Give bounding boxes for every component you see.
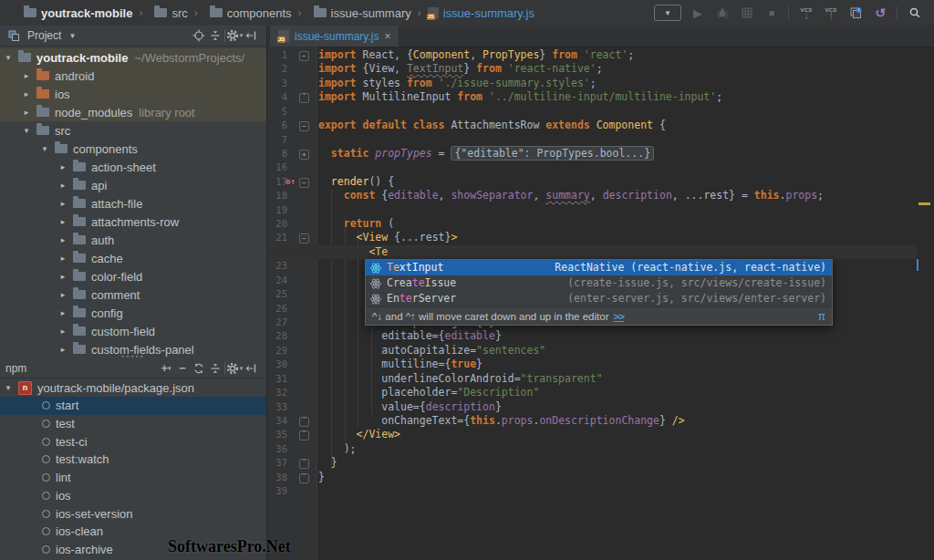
chevron-right-icon[interactable]: ▸ bbox=[58, 199, 67, 208]
stop-button[interactable]: ■ bbox=[763, 3, 780, 23]
line-number[interactable]: 19 bbox=[267, 203, 287, 217]
fold-marker-open-icon[interactable]: − bbox=[299, 178, 309, 188]
chevron-down-icon[interactable]: ▾ bbox=[40, 144, 49, 153]
line-number[interactable]: 1 bbox=[267, 48, 287, 62]
project-tree-item-attachments-row[interactable]: ▸attachments-row bbox=[0, 213, 266, 231]
breadcrumb-item[interactable]: components bbox=[204, 6, 292, 20]
npm-script-lint[interactable]: lint bbox=[0, 469, 266, 487]
completion-hint-link[interactable]: >> bbox=[613, 311, 623, 322]
project-tree-item-comment[interactable]: ▸comment bbox=[0, 285, 266, 304]
code-line-38[interactable]: } bbox=[318, 471, 325, 484]
code-line-29[interactable]: autoCapitalize="sentences" bbox=[318, 344, 545, 358]
project-tree-item-src[interactable]: ▾src bbox=[0, 121, 266, 140]
project-tree-item-action-sheet[interactable]: ▸action-sheet bbox=[0, 158, 266, 176]
line-number[interactable]: 32 bbox=[267, 386, 287, 399]
chevron-right-icon[interactable]: ▸ bbox=[58, 290, 67, 299]
npm-hide-button[interactable] bbox=[243, 360, 259, 377]
line-number[interactable]: 26 bbox=[267, 302, 287, 316]
npm-script-test:watch[interactable]: test:watch bbox=[0, 451, 266, 469]
chevron-right-icon[interactable]: ▸ bbox=[22, 108, 31, 117]
line-number[interactable]: 39 bbox=[267, 484, 287, 498]
npm-settings-button[interactable]: ▾ bbox=[226, 360, 243, 377]
chevron-right-icon[interactable]: ▸ bbox=[58, 272, 67, 281]
fold-marker-open-icon[interactable]: − bbox=[299, 233, 309, 244]
fold-marker-end-icon[interactable]: ˆ bbox=[299, 430, 309, 441]
chevron-down-icon[interactable]: ▾ bbox=[4, 383, 13, 392]
project-tree-item-custom-field[interactable]: ▸custom-field bbox=[0, 322, 266, 340]
line-number[interactable]: 36 bbox=[267, 442, 287, 456]
line-number[interactable]: 23 bbox=[267, 259, 287, 273]
fold-marker-closed-icon[interactable]: + bbox=[299, 150, 309, 160]
line-number[interactable]: 5 bbox=[267, 105, 287, 119]
chevron-right-icon[interactable]: ▸ bbox=[22, 89, 31, 99]
chevron-right-icon[interactable]: ▸ bbox=[58, 345, 67, 354]
line-number[interactable]: 2 bbox=[267, 62, 287, 76]
npm-script-test-ci[interactable]: test-ci bbox=[0, 432, 266, 451]
code-line-8[interactable]: static propTypes = {"editable": PropType… bbox=[318, 147, 654, 161]
code-line-22[interactable]: <Te bbox=[318, 245, 388, 259]
code-area[interactable]: 1−234ˆ56−78+1617−o↑18192021−222324252627… bbox=[267, 47, 934, 560]
close-icon[interactable]: × bbox=[384, 31, 390, 42]
npm-remove-button[interactable]: − bbox=[174, 360, 191, 377]
line-number[interactable]: 31 bbox=[267, 372, 287, 386]
project-tree-item-color-field[interactable]: ▸color-field bbox=[0, 267, 266, 285]
line-number[interactable]: 3 bbox=[267, 77, 287, 90]
overrides-marker-icon[interactable]: o↑ bbox=[285, 177, 296, 187]
project-tree-item-youtrack-mobile[interactable]: ▾youtrack-mobile~/WebstormProjects/ bbox=[0, 48, 266, 67]
code-line-36[interactable]: ); bbox=[318, 442, 357, 456]
npm-add-button[interactable]: +▾ bbox=[158, 360, 174, 377]
npm-script-ios-set-version[interactable]: ios-set-version bbox=[0, 504, 266, 523]
code-line-6[interactable]: export default class AttachmentsRow exte… bbox=[318, 119, 666, 132]
chevron-down-icon[interactable]: ▼ bbox=[67, 27, 78, 44]
code-line-20[interactable]: return ( bbox=[318, 217, 394, 231]
chevron-down-icon[interactable]: ▾ bbox=[4, 53, 13, 62]
code-line-4[interactable]: import MultilineInput from '../multiline… bbox=[318, 90, 722, 104]
code-line-18[interactable]: const {editable, showSeparator, summary,… bbox=[318, 189, 824, 202]
breadcrumb-item[interactable]: JSissue-summary.js bbox=[428, 6, 534, 20]
project-tree-item-cache[interactable]: ▸cache bbox=[0, 249, 266, 267]
line-number[interactable]: 20 bbox=[267, 217, 287, 231]
vcs-update-button[interactable]: VCS↓ bbox=[798, 3, 815, 23]
warning-stripe-mark[interactable] bbox=[918, 202, 930, 205]
line-number[interactable]: 30 bbox=[267, 358, 287, 371]
fold-marker-end-icon[interactable]: ˆ bbox=[299, 93, 309, 103]
completion-item-TextInput[interactable]: TextInputReactNative (react-native.js, r… bbox=[366, 260, 832, 275]
chevron-right-icon[interactable]: ▸ bbox=[58, 162, 67, 171]
project-tree-item-ios[interactable]: ▸ios bbox=[0, 85, 266, 103]
project-tree-item-node_modules[interactable]: ▸node_moduleslibrary root bbox=[0, 103, 266, 121]
line-number[interactable]: 17 bbox=[267, 175, 287, 189]
line-number[interactable]: 33 bbox=[267, 400, 287, 414]
line-number[interactable]: 38 bbox=[267, 471, 287, 484]
npm-script-ios[interactable]: ios bbox=[0, 487, 266, 505]
line-number[interactable]: 16 bbox=[267, 161, 287, 174]
line-number[interactable]: 21 bbox=[267, 231, 287, 244]
chevron-right-icon[interactable]: ▸ bbox=[58, 254, 67, 263]
vcs-commit-button[interactable]: VCS↑ bbox=[823, 3, 839, 23]
project-settings-button[interactable]: ▾ bbox=[226, 27, 243, 44]
breadcrumb-item[interactable]: youtrack-mobile bbox=[18, 6, 132, 20]
project-collapse-all-button[interactable] bbox=[207, 27, 223, 44]
line-number[interactable]: 29 bbox=[267, 344, 287, 358]
project-tree-item-android[interactable]: ▸android bbox=[0, 67, 266, 85]
project-tree-item-attach-file[interactable]: ▸attach-file bbox=[0, 194, 266, 213]
line-number[interactable]: 6 bbox=[267, 119, 287, 132]
run-button[interactable]: ▶ bbox=[690, 3, 706, 23]
npm-script-start[interactable]: start bbox=[0, 397, 266, 415]
chevron-right-icon[interactable]: ▸ bbox=[58, 327, 67, 336]
code-line-30[interactable]: multiline={true} bbox=[318, 358, 483, 371]
chevron-right-icon[interactable]: ▸ bbox=[58, 308, 67, 317]
code-line-1[interactable]: import React, {Component, PropTypes} fro… bbox=[318, 48, 634, 62]
project-tree-item-auth[interactable]: ▸auth bbox=[0, 231, 266, 249]
code-line-21[interactable]: <View {...rest}> bbox=[318, 231, 457, 244]
npm-package-json-row[interactable]: ▾nyoutrack-mobile/package.json bbox=[0, 379, 266, 397]
project-tree-item-api[interactable]: ▸api bbox=[0, 176, 266, 194]
line-number[interactable]: 8 bbox=[267, 147, 287, 161]
line-number[interactable]: 37 bbox=[267, 456, 287, 470]
project-tree-item-config[interactable]: ▸config bbox=[0, 304, 266, 322]
code-line-32[interactable]: placeholder="Description" bbox=[318, 386, 539, 399]
fold-marker-end-icon[interactable]: ˆ bbox=[299, 459, 309, 469]
code-line-35[interactable]: </View> bbox=[318, 428, 400, 441]
undo-button[interactable]: ↺ bbox=[872, 3, 888, 23]
line-number[interactable]: 27 bbox=[267, 316, 287, 329]
fold-marker-open-icon[interactable]: − bbox=[299, 121, 309, 131]
